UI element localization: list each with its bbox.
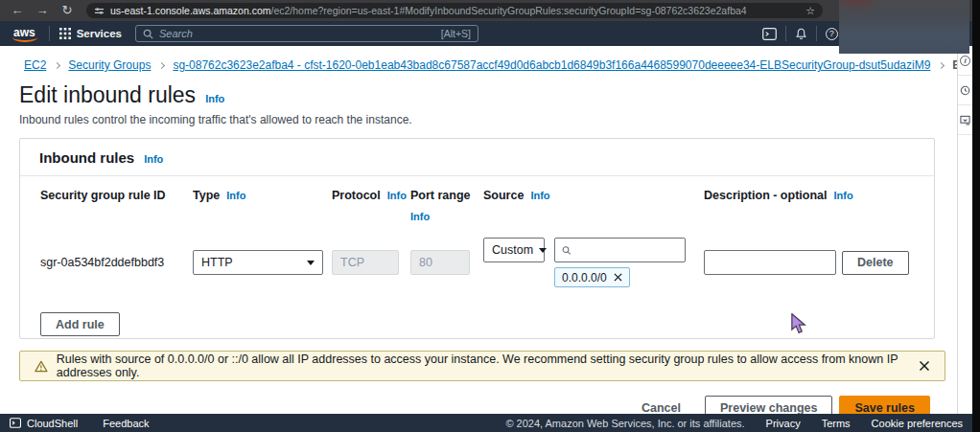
type-select[interactable]: HTTP bbox=[193, 250, 323, 275]
add-rule-button[interactable]: Add rule bbox=[40, 312, 120, 336]
breadcrumb-ec2[interactable]: EC2 bbox=[24, 58, 46, 72]
browser-toolbar: ← → ↻ us-east-1.console.aws.amazon.com/e… bbox=[0, 0, 972, 21]
source-search-input[interactable] bbox=[577, 243, 678, 257]
cancel-button[interactable]: Cancel bbox=[632, 401, 690, 415]
col-source: SourceInfo bbox=[483, 188, 704, 209]
protocol-info-link[interactable]: Info bbox=[387, 190, 407, 201]
page-subtitle: Inbound rules control the incoming traff… bbox=[19, 113, 972, 126]
breadcrumb: EC2 Security Groups sg-08762c3623e2afba4… bbox=[0, 46, 972, 72]
select-caret-icon bbox=[307, 261, 315, 265]
console-search[interactable]: [Alt+S] bbox=[135, 25, 478, 42]
col-description: Description - optionalInfo bbox=[704, 188, 842, 209]
col-protocol: ProtocolInfo bbox=[332, 188, 410, 209]
card-title-info-link[interactable]: Info bbox=[144, 153, 163, 165]
source-search-box[interactable] bbox=[554, 238, 686, 262]
port-range-info-link[interactable]: Info bbox=[410, 209, 483, 224]
source-info-link[interactable]: Info bbox=[530, 190, 549, 201]
cloudshell-label: CloudShell bbox=[27, 418, 78, 429]
cookie-preferences-link[interactable]: Cookie preferences bbox=[872, 418, 963, 429]
description-input[interactable] bbox=[704, 250, 836, 275]
chevron-right-icon bbox=[938, 61, 945, 68]
chevron-right-icon bbox=[158, 61, 165, 68]
search-icon bbox=[143, 29, 153, 39]
back-icon[interactable]: ← bbox=[8, 0, 27, 21]
feedback-button[interactable]: Feedback bbox=[103, 418, 149, 429]
aws-top-nav: aws Services [Alt+S] bbox=[0, 21, 972, 46]
search-shortcut: [Alt+S] bbox=[441, 28, 471, 39]
col-actions bbox=[842, 188, 915, 193]
screen-share-icon[interactable] bbox=[958, 105, 972, 135]
copyright-text: © 2024, Amazon Web Services, Inc. or its… bbox=[505, 418, 744, 429]
console-search-input[interactable] bbox=[159, 28, 435, 39]
breadcrumb-security-group-id[interactable]: sg-08762c3623e2afba4 - cfst-1620-0eb1eab… bbox=[173, 58, 930, 72]
card-title: Inbound rules bbox=[39, 149, 134, 166]
search-icon bbox=[562, 245, 572, 256]
site-settings-icon[interactable] bbox=[94, 6, 105, 16]
console-footer: CloudShell Feedback © 2024, Amazon Web S… bbox=[0, 414, 972, 432]
services-label: Services bbox=[77, 28, 122, 39]
page-title: Edit inbound rules bbox=[19, 82, 196, 108]
delete-rule-button[interactable]: Delete bbox=[842, 251, 909, 275]
nav-divider bbox=[49, 26, 50, 41]
bookmark-star-icon[interactable]: ☆ bbox=[805, 5, 815, 17]
url-text: us-east-1.console.aws.amazon.com/ec2/hom… bbox=[110, 5, 747, 16]
reload-icon[interactable]: ↻ bbox=[58, 0, 77, 21]
history-icon[interactable] bbox=[958, 76, 972, 105]
page-title-info-link[interactable]: Info bbox=[205, 93, 224, 104]
cloudshell-icon[interactable] bbox=[754, 28, 785, 40]
remove-token-icon[interactable] bbox=[614, 273, 622, 282]
col-port-range: Port rangeInfo bbox=[410, 188, 483, 230]
type-select-value: HTTP bbox=[201, 256, 233, 269]
screen: ← → ↻ us-east-1.console.aws.amazon.com/e… bbox=[0, 0, 980, 432]
tools-rail: i bbox=[957, 46, 972, 414]
warning-icon bbox=[35, 360, 48, 373]
col-rule-id: Security group rule ID bbox=[40, 188, 193, 209]
protocol-input bbox=[332, 250, 399, 275]
source-mode-value: Custom bbox=[492, 243, 533, 257]
dismiss-warning-icon[interactable] bbox=[919, 360, 930, 372]
source-mode-select[interactable]: Custom bbox=[483, 238, 545, 262]
inbound-rules-card: Inbound rules Info Security group rule I… bbox=[19, 138, 935, 339]
privacy-link[interactable]: Privacy bbox=[766, 418, 801, 429]
warning-text: Rules with source of 0.0.0.0/0 or ::/0 a… bbox=[57, 352, 910, 379]
source-token: 0.0.0.0/0 bbox=[554, 267, 630, 287]
port-range-input bbox=[410, 250, 470, 275]
table-header-row: Security group rule ID TypeInfo Protocol… bbox=[40, 188, 915, 230]
address-bar[interactable]: us-east-1.console.aws.amazon.com/ec2/hom… bbox=[86, 3, 823, 18]
forward-icon[interactable]: → bbox=[33, 0, 52, 21]
type-info-link[interactable]: Info bbox=[226, 190, 245, 201]
redacted-area bbox=[839, 0, 969, 54]
rule-row: sgr-0a534bf2ddefbbdf3 HTTP Custom bbox=[40, 238, 915, 287]
source-token-value: 0.0.0.0/0 bbox=[562, 271, 607, 284]
aws-logo[interactable]: aws bbox=[10, 26, 39, 42]
grid-icon bbox=[59, 28, 71, 39]
main-content: EC2 Security Groups sg-08762c3623e2afba4… bbox=[0, 46, 972, 414]
terms-link[interactable]: Terms bbox=[822, 418, 851, 429]
col-type: TypeInfo bbox=[193, 188, 332, 209]
screen-edge bbox=[972, 0, 980, 432]
notifications-bell-icon[interactable] bbox=[786, 28, 816, 40]
cloudshell-footer-button[interactable]: CloudShell bbox=[10, 418, 78, 429]
warning-banner: Rules with source of 0.0.0.0/0 or ::/0 a… bbox=[19, 351, 945, 381]
select-caret-icon bbox=[539, 248, 547, 253]
services-menu-button[interactable]: Services bbox=[59, 28, 122, 39]
chevron-right-icon bbox=[54, 61, 60, 68]
cloudshell-icon bbox=[10, 418, 21, 428]
breadcrumb-security-groups[interactable]: Security Groups bbox=[68, 58, 151, 72]
rule-id: sgr-0a534bf2ddefbbdf3 bbox=[40, 256, 193, 269]
